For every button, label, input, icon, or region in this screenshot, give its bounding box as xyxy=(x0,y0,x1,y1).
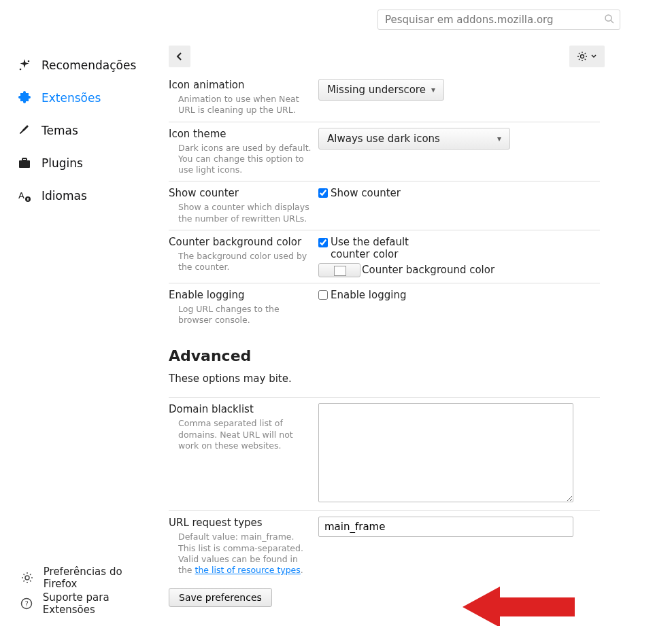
toolbar xyxy=(158,39,672,73)
checkbox-label: Show counter xyxy=(331,187,401,199)
svg-rect-5 xyxy=(22,158,27,160)
option-label: URL request types xyxy=(169,517,312,529)
main: Icon animation Animation to use when Nea… xyxy=(158,39,672,626)
domain-blacklist-textarea[interactable] xyxy=(318,403,573,502)
svg-text:A: A xyxy=(18,190,24,201)
sidebar-bottom-label: Preferências do Firefox xyxy=(44,566,158,590)
icon-theme-select[interactable]: Always use dark icons ▾ xyxy=(318,128,510,150)
option-description: Log URL changes to the browser console. xyxy=(169,304,312,326)
option-description: Dark icons are used by default. You can … xyxy=(169,143,312,176)
svg-point-3 xyxy=(20,69,22,71)
swatch-label: Counter background color xyxy=(362,264,494,276)
option-description: Comma separated list of domains. Neat UR… xyxy=(169,418,312,451)
option-show-counter: Show counter Show a counter which displa… xyxy=(169,181,600,230)
checkbox-label: Use the default counter color xyxy=(331,236,446,260)
extension-options: Icon animation Animation to use when Nea… xyxy=(158,73,611,626)
option-counter-bg: Counter background color The background … xyxy=(169,230,600,283)
chevron-down-icon: ▾ xyxy=(431,85,435,94)
search-input[interactable] xyxy=(377,10,620,30)
option-description: Show a counter which displays the number… xyxy=(169,202,312,224)
default-counter-color-row: Use the default counter color xyxy=(318,236,600,260)
option-label: Domain blacklist xyxy=(169,403,312,415)
sidebar-extension-support[interactable]: ? Suporte para Extensões xyxy=(0,591,158,616)
svg-text:?: ? xyxy=(25,600,29,608)
option-icon-animation: Icon animation Animation to use when Nea… xyxy=(169,73,600,122)
option-domain-blacklist: Domain blacklist Comma separated list of… xyxy=(169,397,600,510)
chevron-down-icon xyxy=(590,53,597,60)
sidebar-bottom-label: Suporte para Extensões xyxy=(43,591,158,616)
sidebar: Recomendações Extensões Temas Plugins A … xyxy=(0,39,158,626)
briefcase-icon xyxy=(17,156,32,171)
option-label: Icon animation xyxy=(169,79,312,91)
icon-animation-select[interactable]: Missing underscore ▾ xyxy=(318,79,444,101)
sidebar-item-label: Extensões xyxy=(41,91,101,105)
option-label: Icon theme xyxy=(169,128,312,140)
option-label: Counter background color xyxy=(169,236,312,248)
chevron-left-icon xyxy=(175,52,184,61)
svg-rect-4 xyxy=(19,160,30,168)
brush-icon xyxy=(17,123,32,138)
show-counter-checkbox-row: Show counter xyxy=(318,187,600,199)
select-value: Always use dark icons xyxy=(327,133,440,145)
sidebar-item-languages[interactable]: A Idiomas xyxy=(0,179,158,212)
puzzle-icon xyxy=(17,90,32,105)
gear-icon xyxy=(20,571,34,585)
enable-logging-checkbox[interactable] xyxy=(318,290,328,300)
sparkle-icon xyxy=(17,58,32,73)
svg-point-8 xyxy=(25,576,29,580)
option-url-request-types: URL request types Default value: main_fr… xyxy=(169,510,600,581)
svg-point-0 xyxy=(605,15,611,21)
chevron-down-icon: ▾ xyxy=(497,134,501,143)
svg-point-11 xyxy=(581,55,584,58)
show-counter-checkbox[interactable] xyxy=(318,188,328,198)
sidebar-item-label: Temas xyxy=(41,124,78,137)
advanced-heading: Advanced xyxy=(169,347,600,364)
arrow-annotation xyxy=(463,580,578,626)
search-input-wrap xyxy=(377,10,620,30)
sidebar-item-plugins[interactable]: Plugins xyxy=(0,147,158,179)
svg-line-1 xyxy=(611,20,614,23)
sidebar-item-recommendations[interactable]: Recomendações xyxy=(0,49,158,82)
option-enable-logging: Enable logging Log URL changes to the br… xyxy=(169,283,600,332)
sidebar-item-label: Idiomas xyxy=(41,189,87,203)
resource-types-link[interactable]: the list of resource types xyxy=(195,565,301,575)
option-description: Animation to use when Neat URL is cleani… xyxy=(169,94,312,116)
enable-logging-row: Enable logging xyxy=(318,289,600,301)
sidebar-firefox-prefs[interactable]: Preferências do Firefox xyxy=(0,565,158,591)
settings-dropdown-button[interactable] xyxy=(569,46,605,67)
option-description: The background color used by the counter… xyxy=(169,251,312,273)
url-request-types-input[interactable] xyxy=(318,517,573,537)
sidebar-item-themes[interactable]: Temas xyxy=(0,114,158,147)
select-value: Missing underscore xyxy=(327,84,426,96)
language-icon: A xyxy=(17,188,32,203)
sidebar-item-label: Plugins xyxy=(41,156,83,170)
checkbox-label: Enable logging xyxy=(331,289,406,301)
sidebar-item-extensions[interactable]: Extensões xyxy=(0,82,158,114)
search-icon xyxy=(604,14,615,24)
sidebar-item-label: Recomendações xyxy=(41,58,136,72)
back-button[interactable] xyxy=(169,46,190,67)
svg-point-2 xyxy=(28,60,30,63)
option-icon-theme: Icon theme Dark icons are used by defaul… xyxy=(169,122,600,181)
save-preferences-button[interactable]: Save preferences xyxy=(169,588,272,607)
help-icon: ? xyxy=(20,597,33,610)
counter-color-swatch[interactable] xyxy=(318,263,360,277)
header xyxy=(0,0,672,39)
gear-icon xyxy=(577,51,588,62)
option-label: Show counter xyxy=(169,187,312,199)
svg-marker-12 xyxy=(463,587,575,626)
option-description: Default value: main_frame. This list is … xyxy=(169,532,312,576)
default-counter-color-checkbox[interactable] xyxy=(318,238,328,247)
option-label: Enable logging xyxy=(169,289,312,301)
advanced-hint: These options may bite. xyxy=(169,372,600,385)
